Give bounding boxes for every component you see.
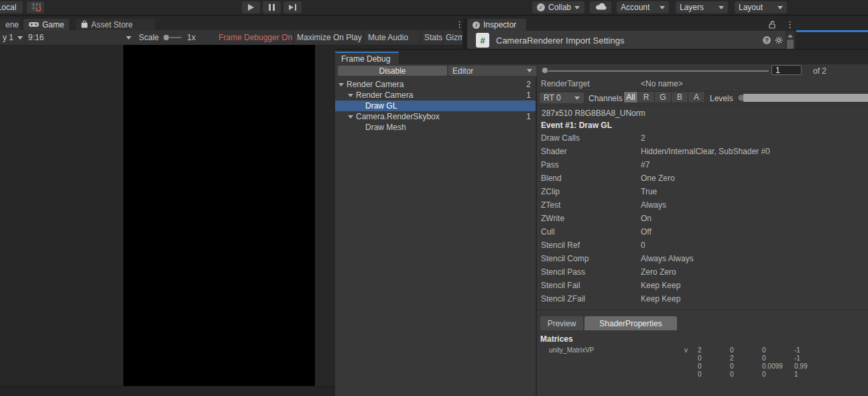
foldout-icon[interactable] bbox=[348, 115, 353, 119]
channel-g-button[interactable]: G bbox=[654, 91, 672, 103]
rt-dropdown[interactable]: RT 0 bbox=[540, 92, 584, 103]
layout-button[interactable]: Layout bbox=[735, 1, 787, 13]
collab-button[interactable]: ✓ Collab bbox=[532, 1, 584, 13]
property-row: ZTest Always bbox=[537, 198, 868, 212]
property-row: Stencil Fail Keep Keep bbox=[537, 279, 868, 292]
matrix-cell: -1 bbox=[794, 354, 826, 362]
matrix-cell: 0.99 bbox=[794, 362, 826, 371]
preview-tab[interactable]: Preview bbox=[540, 316, 583, 330]
tree-item-label: Draw GL bbox=[365, 101, 397, 111]
property-row: Draw Calls 2 bbox=[537, 131, 868, 145]
info-icon: i bbox=[473, 21, 480, 29]
matrix-cell: 2 bbox=[698, 346, 730, 354]
render-target-size: 287x510 R8G8B8A8_UNorm bbox=[542, 109, 645, 118]
lock-icon[interactable] bbox=[769, 21, 776, 31]
levels-label: Levels bbox=[710, 94, 733, 103]
matrix-row: 020-1 bbox=[698, 354, 826, 362]
scroll-up-icon[interactable] bbox=[788, 34, 793, 38]
tab-scene-label: ene bbox=[5, 20, 19, 29]
account-button[interactable]: Account bbox=[617, 1, 669, 13]
grid-snap-icon bbox=[31, 2, 41, 13]
display-dropdown[interactable]: y 1 bbox=[3, 30, 23, 45]
property-value: Off bbox=[641, 225, 652, 239]
frame-debug-toolbar: Disable Editor 1 of 2 bbox=[335, 64, 868, 78]
property-key: ZClip bbox=[541, 185, 560, 198]
tab-game[interactable]: Game bbox=[23, 19, 69, 31]
channel-b-button[interactable]: B bbox=[671, 91, 688, 103]
event-index-field[interactable]: 1 bbox=[771, 65, 802, 75]
grid-snap-button[interactable] bbox=[27, 1, 44, 13]
property-value: On bbox=[641, 212, 652, 225]
event-tree: Render Camera 2 Render Camera 1 Draw GL … bbox=[335, 76, 536, 396]
matrix-row: 200-1 bbox=[698, 346, 826, 354]
stats-button[interactable]: Stats bbox=[424, 30, 442, 45]
matrix-cell: 2 bbox=[730, 354, 762, 362]
maximize-on-play-button[interactable]: Maximize On Play bbox=[297, 30, 362, 45]
foldout-icon[interactable] bbox=[338, 83, 344, 86]
matrix-cell: 0 bbox=[730, 346, 762, 354]
property-value: #7 bbox=[641, 158, 649, 172]
inspector-menu-icon[interactable]: ⋮ bbox=[786, 20, 794, 29]
cloud-button[interactable] bbox=[590, 1, 611, 13]
tab-game-label: Game bbox=[42, 20, 64, 29]
tab-scene[interactable]: ene bbox=[0, 19, 20, 31]
matrix-cell: 0 bbox=[730, 371, 762, 379]
inspector-scrollbar[interactable] bbox=[786, 31, 795, 50]
channel-a-button[interactable]: A bbox=[688, 91, 705, 103]
tree-item-draw-mesh[interactable]: Draw Mesh bbox=[335, 122, 536, 133]
matrix-cell: 0 bbox=[698, 354, 730, 362]
channel-all-button[interactable]: All bbox=[623, 91, 638, 103]
levels-slider-bar[interactable] bbox=[743, 94, 868, 102]
property-row: Stencil Ref 0 bbox=[537, 239, 868, 252]
matrices-header: Matrices bbox=[540, 334, 573, 344]
scale-slider-handle[interactable] bbox=[163, 34, 170, 41]
game-view-toolbar: y 1 9:16 Scale 1x Frame Debugger On Maxi… bbox=[0, 30, 462, 46]
disable-button[interactable]: Disable bbox=[338, 66, 447, 76]
property-row: ZWrite On bbox=[537, 212, 868, 225]
inspector-tabbar: i Inspector ⋮ bbox=[467, 19, 795, 31]
channel-r-button[interactable]: R bbox=[637, 91, 655, 103]
layers-button[interactable]: Layers bbox=[676, 1, 728, 13]
mute-audio-button[interactable]: Mute Audio bbox=[368, 30, 408, 45]
layout-dropdown-arrow bbox=[778, 6, 783, 9]
pivot-local-button[interactable]: Local bbox=[0, 1, 23, 13]
target-dropdown[interactable]: Editor bbox=[448, 66, 536, 76]
aspect-ratio-dropdown[interactable]: 9:16 bbox=[28, 30, 131, 45]
event-slider-handle[interactable] bbox=[542, 67, 548, 74]
collab-check-icon: ✓ bbox=[537, 3, 545, 11]
step-button[interactable] bbox=[284, 1, 302, 13]
tree-item-camera-renderskybox[interactable]: Camera.RenderSkybox 1 bbox=[335, 111, 536, 122]
play-button[interactable] bbox=[242, 1, 260, 13]
scale-slider[interactable] bbox=[163, 30, 184, 45]
tree-item-label: Camera.RenderSkybox bbox=[356, 111, 440, 122]
frame-debugger-on-indicator[interactable]: Frame Debugger On bbox=[219, 30, 292, 45]
pause-button[interactable] bbox=[263, 1, 281, 13]
foldout-icon[interactable] bbox=[348, 94, 353, 97]
inspector-title: CameraRenderer Import Settings bbox=[496, 36, 624, 46]
right-strip-top bbox=[796, 19, 868, 30]
scale-value: 1x bbox=[187, 30, 196, 45]
property-value: Keep Keep bbox=[641, 292, 680, 306]
property-row: ZClip True bbox=[537, 185, 868, 198]
property-value: 0 bbox=[641, 239, 645, 252]
matrix-row: 0001 bbox=[698, 371, 826, 379]
tree-item-render-camera[interactable]: Render Camera 2 bbox=[335, 79, 536, 90]
scrollbar-thumb[interactable] bbox=[787, 40, 794, 50]
property-key: Shader bbox=[541, 145, 567, 158]
tab-frame-debug[interactable]: Frame Debug bbox=[335, 52, 399, 64]
help-icon[interactable]: ? bbox=[763, 36, 771, 44]
aspect-ratio-label: 9:16 bbox=[28, 33, 44, 42]
property-key: Cull bbox=[541, 225, 555, 239]
matrix-cell: -1 bbox=[794, 346, 826, 354]
event-slider-track[interactable] bbox=[543, 70, 769, 72]
tab-asset-store[interactable]: Asset Store bbox=[76, 19, 155, 31]
gizmos-button[interactable]: Gizm bbox=[446, 30, 464, 45]
property-row: Stencil Pass Zero Zero bbox=[537, 265, 868, 279]
shader-properties-tab[interactable]: ShaderProperties bbox=[584, 316, 677, 330]
tree-item-render-camera-child[interactable]: Render Camera 1 bbox=[335, 90, 536, 101]
tree-item-draw-gl[interactable]: Draw GL bbox=[335, 101, 536, 111]
unity-editor-window: Local ✓ Collab bbox=[0, 0, 868, 396]
matrix-cell: 0 bbox=[762, 346, 794, 354]
tab-inspector[interactable]: i Inspector bbox=[467, 19, 526, 31]
gear-icon[interactable] bbox=[775, 36, 783, 46]
